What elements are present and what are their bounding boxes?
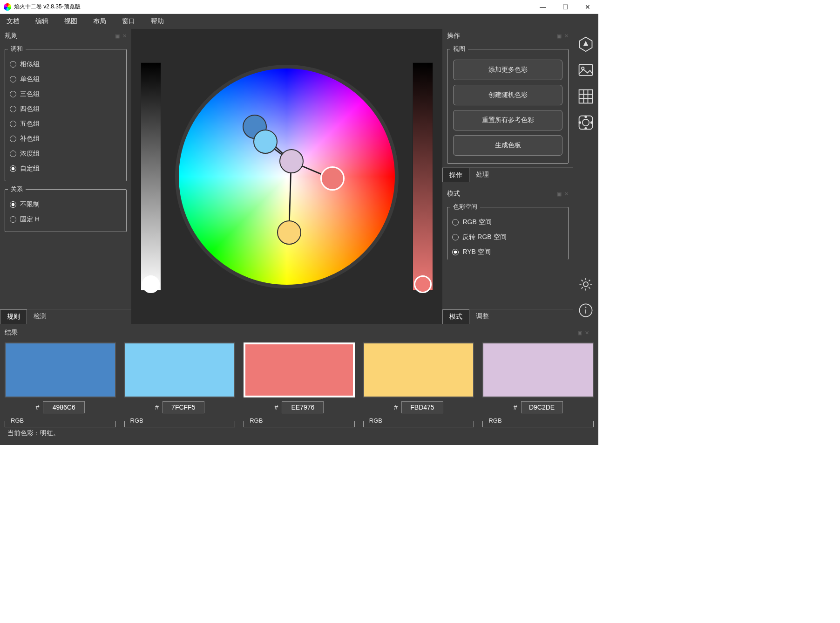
hash-label: #: [275, 404, 278, 411]
menu-layout[interactable]: 布局: [90, 15, 109, 27]
colorspace-option[interactable]: 反转 RGB 空间: [450, 230, 565, 245]
rgb-label: RGB: [129, 417, 145, 424]
tab-mode[interactable]: 模式: [442, 309, 469, 324]
tab-ops[interactable]: 操作: [442, 168, 469, 182]
radio-icon: [452, 234, 459, 240]
harmony-option[interactable]: 四色组: [8, 102, 123, 116]
harmony-label: 自定组: [20, 164, 40, 173]
color-wheel[interactable]: [175, 65, 399, 288]
radio-icon: [10, 91, 16, 97]
harmony-option[interactable]: 五色组: [8, 116, 123, 131]
rgb-group: RGB: [124, 421, 236, 427]
ops-panel-title: 操作: [447, 32, 460, 40]
hash-label: #: [394, 404, 398, 411]
result-swatch[interactable]: [363, 342, 474, 397]
result-swatch[interactable]: [5, 342, 116, 397]
wheel-node[interactable]: [253, 130, 278, 154]
settings-icon[interactable]: [577, 275, 595, 293]
op-button[interactable]: 添加更多色彩: [453, 60, 562, 80]
harmony-label: 五色组: [20, 120, 40, 128]
tab-adjust[interactable]: 调整: [469, 309, 495, 324]
rgb-group: RGB: [244, 421, 355, 427]
svg-rect-6: [579, 64, 593, 75]
result-swatch[interactable]: [124, 342, 236, 397]
hex-input[interactable]: 4986C6: [43, 401, 85, 413]
depot-view-icon[interactable]: [577, 114, 595, 131]
tab-process[interactable]: 处理: [469, 168, 495, 182]
op-button[interactable]: 重置所有参考色彩: [453, 110, 562, 130]
relation-legend: 关系: [8, 185, 26, 193]
harmony-option[interactable]: 三色组: [8, 87, 123, 102]
menu-view[interactable]: 视图: [61, 15, 80, 27]
result-swatch[interactable]: [244, 342, 355, 397]
wheel-node[interactable]: [320, 166, 345, 191]
view-ops-group: 视图 添加更多色彩创建随机色彩重置所有参考色彩生成色板: [447, 45, 568, 164]
radio-icon: [10, 216, 16, 223]
op-button[interactable]: 生成色板: [453, 135, 562, 156]
harmony-option[interactable]: 补色组: [8, 131, 123, 146]
board-view-icon[interactable]: [577, 88, 595, 105]
image-view-icon[interactable]: [577, 62, 595, 79]
radio-icon: [10, 76, 16, 82]
results-panel-title: 结果: [5, 329, 18, 337]
relation-option[interactable]: 不限制: [8, 197, 123, 212]
hue-slider[interactable]: [413, 62, 433, 291]
colorspace-option[interactable]: RYB 空间: [450, 245, 565, 260]
close-button[interactable]: ✕: [581, 2, 595, 12]
panel-float-icon[interactable]: ▣: [577, 330, 582, 336]
colorspace-label: RYB 空间: [462, 248, 490, 256]
harmony-label: 补色组: [20, 135, 40, 143]
panel-float-icon[interactable]: ▣: [557, 33, 562, 39]
tab-detect[interactable]: 检测: [27, 309, 53, 324]
menu-window[interactable]: 窗口: [119, 15, 138, 27]
harmony-label: 三色组: [20, 90, 40, 98]
colorspace-option[interactable]: RGB 空间: [450, 215, 565, 230]
result-swatch[interactable]: [482, 342, 594, 397]
relation-option[interactable]: 固定 H: [8, 212, 123, 227]
harmony-option[interactable]: 自定组: [8, 161, 123, 176]
rgb-label: RGB: [487, 417, 503, 424]
panel-close-icon[interactable]: ✕: [564, 191, 569, 197]
panel-float-icon[interactable]: ▣: [557, 191, 562, 197]
svg-point-19: [583, 282, 588, 287]
relation-label: 固定 H: [20, 215, 40, 224]
harmony-option[interactable]: 浓度组: [8, 146, 123, 161]
maximize-button[interactable]: ☐: [558, 2, 572, 12]
hex-input[interactable]: 7FCFF5: [163, 401, 204, 413]
hue-slider-handle[interactable]: [414, 275, 432, 293]
hex-input[interactable]: FBD475: [401, 401, 443, 413]
hex-input[interactable]: EE7976: [282, 401, 324, 413]
hash-label: #: [35, 404, 39, 411]
wheel-node[interactable]: [279, 149, 304, 173]
rgb-label: RGB: [9, 417, 26, 424]
panel-close-icon[interactable]: ✕: [564, 33, 569, 39]
menu-help[interactable]: 帮助: [148, 15, 167, 27]
mode-panel-title: 模式: [447, 190, 460, 198]
panel-float-icon[interactable]: ▣: [115, 33, 120, 39]
rules-panel-title: 规则: [5, 32, 18, 40]
op-button[interactable]: 创建随机色彩: [453, 85, 562, 105]
app-logo-icon: [4, 3, 11, 11]
view-ops-legend: 视图: [450, 45, 468, 53]
rgb-label: RGB: [248, 417, 264, 424]
harmony-label: 浓度组: [20, 150, 40, 158]
value-slider-handle[interactable]: [142, 275, 160, 293]
radio-icon: [10, 201, 16, 208]
harmony-option[interactable]: 相似组: [8, 57, 123, 72]
radio-icon: [10, 151, 16, 157]
minimize-button[interactable]: —: [536, 2, 550, 12]
panel-close-icon[interactable]: ✕: [585, 330, 589, 336]
harmony-option[interactable]: 单色组: [8, 72, 123, 87]
radio-icon: [10, 61, 16, 68]
colorspace-group: 色彩空间 RGB 空间反转 RGB 空间RYB 空间: [447, 203, 568, 260]
info-icon[interactable]: [577, 301, 595, 319]
value-slider[interactable]: [141, 62, 161, 291]
menu-file[interactable]: 文档: [4, 15, 22, 27]
wheel-view-icon[interactable]: [577, 35, 595, 53]
wheel-node[interactable]: [277, 220, 301, 245]
hex-input[interactable]: D9C2DE: [521, 401, 563, 413]
panel-close-icon[interactable]: ✕: [122, 33, 127, 39]
menu-edit[interactable]: 编辑: [33, 15, 51, 27]
window-title: 焰火十二卷 v2.8.35-预览版: [14, 3, 536, 11]
tab-rules[interactable]: 规则: [0, 309, 27, 324]
